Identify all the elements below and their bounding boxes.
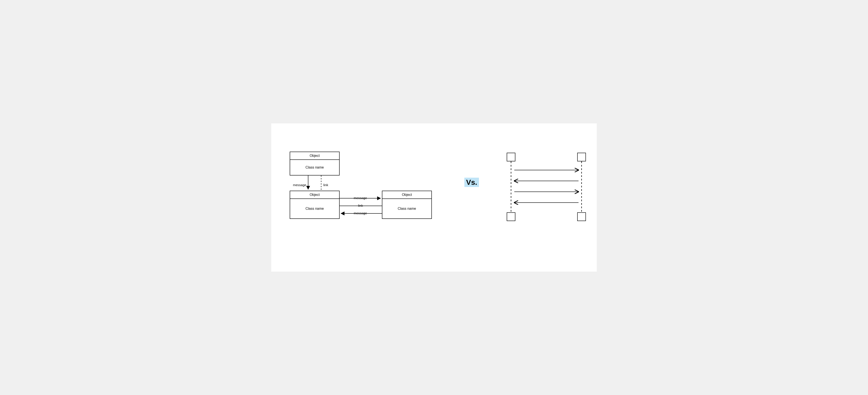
vs-badge: Vs. bbox=[464, 178, 479, 187]
label-message-top: message bbox=[354, 196, 367, 200]
uml-object-box-1: Object Class name bbox=[290, 152, 340, 175]
label-message-vertical: message bbox=[293, 183, 306, 187]
sequence-actor-top-left bbox=[507, 153, 516, 161]
uml-object-box-2: Object Class name bbox=[290, 191, 340, 219]
uml-object-title: Object bbox=[382, 191, 431, 199]
uml-object-box-3: Object Class name bbox=[382, 191, 432, 219]
sequence-actor-top-right bbox=[577, 153, 586, 161]
label-message-bottom: message bbox=[354, 211, 367, 215]
uml-object-title: Object bbox=[290, 191, 339, 199]
sequence-actor-bottom-right bbox=[577, 212, 586, 221]
uml-object-classname: Class name bbox=[382, 199, 431, 219]
sequence-actor-bottom-left bbox=[507, 212, 516, 221]
label-link-horizontal: link bbox=[358, 204, 363, 207]
diagram-comparison-canvas: Object Class name Object Class name Obje… bbox=[271, 124, 597, 271]
label-link-vertical: link bbox=[323, 183, 328, 187]
uml-object-title: Object bbox=[290, 152, 339, 160]
uml-object-classname: Class name bbox=[290, 160, 339, 175]
uml-object-classname: Class name bbox=[290, 199, 339, 219]
